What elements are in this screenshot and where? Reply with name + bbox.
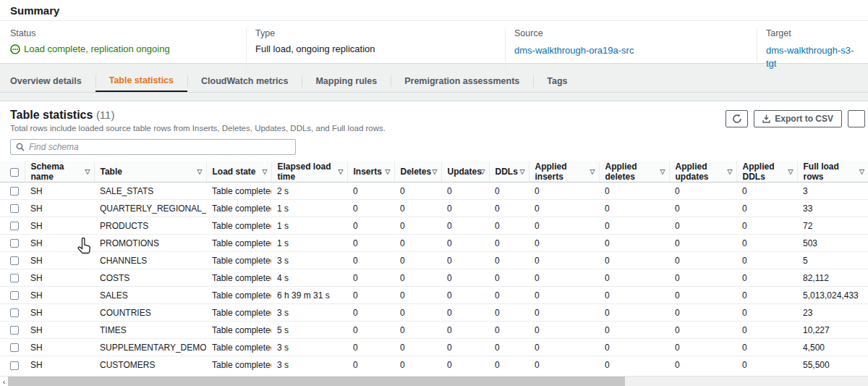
filter-icon[interactable]: ▽ [263,168,268,175]
section-title-text: Table statistics [10,109,93,121]
filter-icon[interactable]: ▽ [339,168,344,175]
cell-ddls: 0 [489,252,529,269]
cell-deletes: 0 [394,217,441,235]
cell-applied-inserts: 0 [529,322,599,339]
cell-applied-ddls: 0 [736,200,797,217]
cell-applied-deletes: 0 [599,304,669,322]
cell-schema-name: SH [25,287,94,304]
cell-applied-ddls: 0 [736,269,797,287]
summary-title: Summary [10,4,59,17]
cell-applied-deletes: 0 [599,200,669,217]
type-value: Full load, ongoing replication [255,43,496,54]
cell-full-load-rows: 82,112 [797,269,868,287]
scroll-left-arrow-icon[interactable]: ‹ [0,377,8,386]
cell-applied-deletes: 0 [599,252,669,269]
filter-icon[interactable]: ▽ [433,168,438,175]
tab-cloudwatch-metrics[interactable]: CloudWatch metrics [187,70,302,92]
cell-table: SALES [94,287,206,304]
cell-applied-deletes: 0 [599,339,669,356]
source-field: Source dms-walkthrough-ora19a-src [505,28,757,70]
cell-inserts: 0 [347,200,394,217]
scrollbar-thumb[interactable] [8,377,625,386]
horizontal-scrollbar: ‹ [0,376,868,386]
cell-applied-inserts: 0 [529,356,599,374]
cell-elapsed-load-time: 2 s [271,182,347,200]
row-checkbox[interactable] [10,326,19,335]
cell-applied-updates: 0 [669,304,736,322]
cell-applied-ddls: 0 [736,287,797,304]
target-link[interactable]: dms-walkthrough-s3-tgt [766,45,854,69]
filter-icon[interactable]: ▽ [859,168,864,175]
filter-icon[interactable]: ▽ [788,168,793,175]
row-checkbox[interactable] [10,222,19,230]
col-applied-ddls: Applied DDLs▽ [736,161,797,182]
cell-updates: 0 [441,356,489,374]
row-checkbox[interactable] [10,361,19,370]
cell-inserts: 0 [347,287,394,304]
cell-table: CUSTOMERS [94,356,206,374]
download-icon [762,114,770,123]
cell-load-state: Table completed [206,182,271,200]
cell-applied-deletes: 0 [599,269,669,287]
cell-load-state: Table completed [206,217,271,235]
cell-load-state: Table completed [206,269,271,287]
cell-full-load-rows: 503 [797,235,868,252]
cell-applied-inserts: 0 [529,200,599,217]
cell-inserts: 0 [347,182,394,200]
cell-elapsed-load-time: 1 s [271,217,347,235]
tab-overview-details[interactable]: Overview details [0,70,95,92]
filter-icon[interactable]: ▽ [197,168,203,175]
row-checkbox[interactable] [10,343,19,352]
tab-premigration-assessments[interactable]: Premigration assessments [391,70,533,92]
filter-icon[interactable]: ▽ [386,168,391,175]
settings-button-cropped[interactable] [848,110,865,127]
col-load-state: Load state▽ [206,161,271,182]
cell-inserts: 0 [347,235,394,252]
export-to-csv-button[interactable]: Export to CSV [754,110,842,127]
col-schema-name: Schema name▽ [25,161,94,182]
filter-icon[interactable]: ▽ [85,168,90,175]
refresh-button[interactable] [726,110,748,127]
filter-icon[interactable]: ▽ [520,168,525,175]
cell-full-load-rows: 10,227 [797,322,868,339]
select-all-checkbox[interactable] [10,168,19,177]
cell-deletes: 0 [394,339,441,356]
cell-applied-inserts: 0 [529,339,599,356]
row-checkbox[interactable] [10,274,19,282]
cell-applied-updates: 0 [669,235,736,252]
source-link[interactable]: dms-walkthrough-ora19a-src [514,45,634,56]
cell-applied-deletes: 0 [599,182,669,200]
tab-table-statistics[interactable]: Table statistics [95,70,187,92]
cell-full-load-rows: 5 [797,252,868,269]
target-field: Target dms-walkthrough-s3-tgt [757,28,868,70]
cell-schema-name: SH [25,217,94,235]
cell-applied-ddls: 0 [736,304,797,322]
cell-updates: 0 [441,217,489,235]
refresh-icon [732,114,742,124]
row-checkbox[interactable] [10,309,19,317]
cell-deletes: 0 [394,304,441,322]
cell-elapsed-load-time: 3 s [271,356,347,374]
find-schema-input[interactable] [29,142,290,152]
cell-ddls: 0 [489,304,529,322]
filter-icon[interactable]: ▽ [728,168,733,175]
cell-applied-updates: 0 [669,322,736,339]
status-label: Status [10,28,237,38]
row-checkbox[interactable] [10,256,19,265]
row-checkbox[interactable] [10,291,19,300]
tab-mapping-rules[interactable]: Mapping rules [302,70,391,92]
cell-updates: 0 [441,304,489,322]
cell-applied-ddls: 0 [736,356,797,374]
tab-tags[interactable]: Tags [533,70,581,92]
row-checkbox[interactable] [10,187,19,196]
row-checkbox[interactable] [10,204,19,213]
cell-applied-inserts: 0 [529,304,599,322]
cell-applied-inserts: 0 [529,182,599,200]
source-label: Source [514,28,748,38]
filter-icon[interactable]: ▽ [660,168,665,175]
cell-inserts: 0 [347,217,394,235]
scrollbar-track[interactable] [8,377,868,386]
filter-icon[interactable]: ▽ [480,168,485,175]
filter-icon[interactable]: ▽ [590,168,595,175]
row-checkbox[interactable] [10,239,19,248]
